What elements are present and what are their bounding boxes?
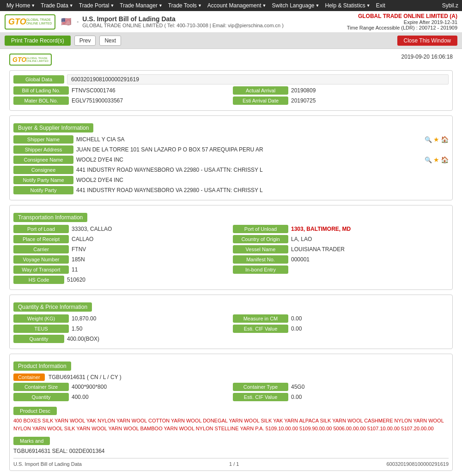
- nav-switch-language[interactable]: Switch Language ▼: [269, 2, 322, 9]
- shipper-name-label: Shipper Name: [13, 135, 73, 144]
- bol-value: FTNVSC0001746: [72, 87, 229, 94]
- vessel-label: Vessel Name: [233, 245, 288, 253]
- port-load-left: Port of Load 33303, CALLAO: [13, 225, 229, 233]
- notify-party-value: 441 INDUSTRY ROAD WAYNESBORO VA 22980 - …: [76, 187, 449, 193]
- notify-party-row: Notify Party 441 INDUSTRY ROAD WAYNESBOR…: [13, 186, 449, 194]
- quantity-price-header: Quantity & Price Information: [13, 302, 92, 312]
- print-button-top[interactable]: Print Trade Record(s): [5, 36, 71, 46]
- marks-button[interactable]: Marks and: [13, 437, 50, 445]
- nav-my-home[interactable]: My Home ▼: [4, 2, 38, 9]
- next-button-top[interactable]: Next: [99, 36, 121, 46]
- consignee-name-icons: 🔍 ★ 🏠: [425, 156, 449, 163]
- nav-account-management[interactable]: Account Management ▼: [205, 2, 269, 9]
- flag-icon: 🇺🇸: [61, 17, 71, 27]
- marks-section: Marks and TGBU6914631 SEAL: 002DE001364: [13, 434, 449, 454]
- shipper-name-row: Shipper Name MICHELL Y CIA SA 🔍 ★ 🏠: [13, 135, 449, 144]
- shipper-address-value: JUAN DE LA TORRE 101 SAN LAZARO P O BOX …: [76, 146, 449, 153]
- consignee-row: Consignee 441 INDUSTRY ROAD WAYNESBORO V…: [13, 166, 449, 174]
- mater-bol-row: Mater BOL No. EGLV751900033567 Esti Arri…: [13, 96, 449, 105]
- close-button-top[interactable]: Close This Window: [397, 36, 457, 46]
- way-transport-value: 11: [72, 266, 229, 273]
- place-receipt-label: Place of Receipt: [13, 235, 69, 243]
- container-size-left: Container Size 4000*900*800: [13, 383, 229, 391]
- global-data-row: Global Data 6003201908100000291619: [13, 74, 449, 84]
- actual-arrival-label: Actual Arrival: [233, 86, 288, 95]
- product-desc-button[interactable]: Product Desc: [13, 407, 57, 415]
- nav-trade-portal[interactable]: Trade Portal ▼: [76, 2, 117, 9]
- hs-code-row: HS Code 510620: [13, 276, 449, 284]
- nav-help-statistics[interactable]: Help & Statistics ▼: [322, 2, 373, 9]
- esti-arrival-label: Esti Arrival Date: [233, 96, 288, 105]
- weight-left: Weight (KG) 10,870.00: [13, 314, 229, 323]
- header-contact: GLOBAL TRADE ONLINE LIMITED ( Tel: 400-7…: [82, 23, 284, 28]
- qty-value: 400.00(BOX): [67, 336, 449, 342]
- doc-logo: GTO GLOBAL TRADEONLINE LIMITED: [9, 54, 52, 66]
- port-load-label: Port of Load: [13, 225, 69, 233]
- notify-party-name-value: WOOL2 DYE4 INC: [76, 177, 449, 183]
- container-value: TGBU6914631 ( CN / L / CY ): [49, 374, 449, 380]
- actual-arrival-value: 20190809: [291, 87, 449, 94]
- shipper-star-icon[interactable]: ★: [433, 136, 439, 143]
- carrier-row: Carrier FTNV Vessel Name LOUISIANA TRADE…: [13, 245, 449, 253]
- buyer-supplier-header: Buyer & Supplier Information: [13, 123, 93, 133]
- port-unload-value: 1303, BALTIMORE, MD: [291, 226, 449, 232]
- notify-party-name-row: Notify Party Name WOOL2 DYE4 INC: [13, 176, 449, 184]
- shipper-name-value: MICHELL Y CIA SA: [76, 136, 125, 143]
- consignee-house-icon[interactable]: 🏠: [441, 156, 449, 163]
- way-transport-row: Way of Transport 11 In-bond Entry: [13, 265, 449, 274]
- esti-arrival-right: Esti Arrival Date 20190725: [233, 96, 449, 105]
- esti-arrival-value: 20190725: [291, 97, 449, 104]
- container-type-label: Container Type: [233, 383, 288, 391]
- teus-left: TEUS 1.50: [13, 325, 229, 333]
- shipper-name-value-area: MICHELL Y CIA SA 🔍 ★ 🏠: [76, 136, 449, 143]
- way-transport-label: Way of Transport: [13, 265, 69, 274]
- container-size-label: Container Size: [13, 383, 69, 391]
- consignee-star-icon[interactable]: ★: [433, 156, 439, 163]
- qty-row: Quantity 400.00(BOX): [13, 335, 449, 343]
- container-type-right: Container Type 45G0: [233, 383, 449, 391]
- product-card: Product Information Container TGBU691463…: [9, 354, 453, 471]
- carrier-value: FTNV: [72, 246, 229, 253]
- consignee-search-icon[interactable]: 🔍: [425, 157, 432, 163]
- port-unload-label: Port of Unload: [233, 225, 288, 233]
- container-size-value: 4000*900*800: [72, 384, 229, 390]
- company-name: GLOBAL TRADE ONLINE LIMITED (A): [347, 13, 457, 19]
- doc-logo-box: GTO GLOBAL TRADEONLINE LIMITED: [9, 54, 52, 66]
- place-receipt-row: Place of Receipt CALLAO Country of Origi…: [13, 235, 449, 243]
- nav-trade-data[interactable]: Trade Data ▼: [38, 2, 76, 9]
- manifest-right: Manifest No. 000001: [233, 255, 449, 264]
- transportation-card: Transportation Information Port of Load …: [9, 205, 453, 290]
- weight-value: 10,870.00: [72, 315, 229, 322]
- consignee-name-label: Consignee Name: [13, 156, 73, 164]
- logo-text: GTO: [8, 17, 26, 27]
- in-bond-right: In-bond Entry: [233, 265, 449, 274]
- nav-trade-tools[interactable]: Trade Tools ▼: [165, 2, 205, 9]
- esti-cif-value: 0.00: [291, 325, 449, 332]
- shipper-house-icon[interactable]: 🏠: [441, 136, 449, 143]
- doc-header: GTO GLOBAL TRADEONLINE LIMITED 2019-09-2…: [9, 54, 453, 66]
- shipper-search-icon[interactable]: 🔍: [425, 136, 432, 143]
- weight-label: Weight (KG): [13, 314, 69, 323]
- teus-value: 1.50: [72, 325, 229, 332]
- product-esti-cif-value: 0.00: [291, 394, 449, 400]
- mater-bol-value: EGLV751900033567: [72, 97, 229, 104]
- product-qty-row: Quantity 400.00 Esti. CIF Value 0.00: [13, 393, 449, 401]
- voyage-left: Voyage Number 185N: [13, 255, 229, 264]
- basic-info-card: Global Data 6003201908100000291619 Bill …: [9, 70, 453, 111]
- shipper-name-icons: 🔍 ★ 🏠: [425, 136, 449, 143]
- nav-trade-manager[interactable]: Trade Manager ▼: [117, 2, 165, 9]
- consignee-label: Consignee: [13, 166, 73, 174]
- doc-footer-mid: 1 / 1: [229, 461, 239, 467]
- container-button[interactable]: Container: [13, 374, 45, 381]
- notify-party-label: Notify Party: [13, 186, 73, 194]
- product-esti-cif-right: Esti. CIF Value 0.00: [233, 393, 449, 401]
- product-qty-value: 400.00: [72, 394, 229, 400]
- header-bar: GTO GLOBAL TRADEONLINE LIMITED 🇺🇸 - U.S.…: [0, 11, 462, 33]
- port-load-value: 33303, CALLAO: [72, 226, 229, 232]
- hs-code-value: 510620: [67, 277, 449, 283]
- container-row: Container TGBU6914631 ( CN / L / CY ): [13, 374, 449, 381]
- nav-exit[interactable]: Exit: [373, 2, 388, 9]
- vessel-value: LOUISIANA TRADER: [291, 246, 449, 253]
- prev-button-top[interactable]: Prev: [74, 36, 96, 46]
- voyage-label: Voyage Number: [13, 255, 69, 264]
